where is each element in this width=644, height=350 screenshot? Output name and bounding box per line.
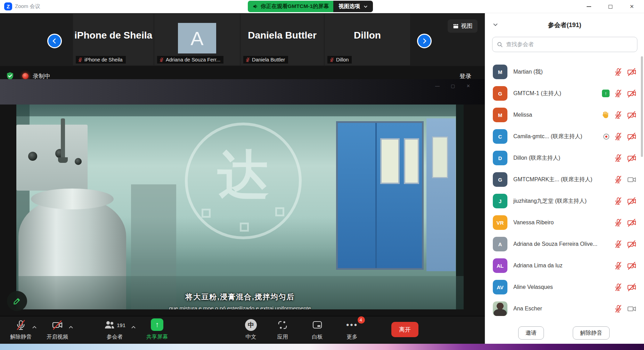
participant-row[interactable]: CCamila-gmtc... (联席主持人)	[485, 126, 644, 147]
grid-view-icon	[453, 23, 459, 29]
muted-mic-icon	[159, 57, 164, 62]
invite-button[interactable]: 邀请	[518, 326, 544, 340]
search-box[interactable]	[492, 37, 637, 52]
tile-name-label: iPhone de Sheila	[76, 56, 126, 64]
shared-minimize-glyph: —	[435, 83, 440, 89]
maximize-button[interactable]	[600, 0, 621, 13]
chevron-up-icon[interactable]	[68, 324, 73, 330]
participant-name: Vanessa Ribeiro	[513, 219, 611, 226]
machinery-control-panel	[16, 125, 88, 191]
participant-name: Melissa	[513, 112, 598, 118]
participants-panel-title: 参会者(191)	[485, 21, 644, 29]
toolbar-share-screen-button[interactable]: ↑共享屏幕	[136, 319, 178, 341]
tile-name-label: Dillon	[327, 56, 352, 64]
participant-display-name: iPhone de Sheila	[73, 30, 154, 41]
unmute-all-button[interactable]: 解除静音	[573, 326, 610, 340]
participant-name: jiuzhitang九芝堂 (联席主持人)	[513, 198, 611, 205]
participant-row[interactable]: ALAdriana Lima da luz	[485, 255, 644, 276]
video-off-icon	[627, 153, 636, 163]
participant-status-icons	[614, 67, 636, 77]
participant-avatar: M	[493, 108, 507, 122]
participant-row[interactable]: Jjiuzhitang九芝堂 (联席主持人)	[485, 190, 644, 212]
video-off-icon	[627, 218, 636, 227]
watching-banner-text: 你正在观看GMTCM-1的屏幕	[248, 1, 333, 12]
machinery-nozzle-arm	[61, 118, 65, 159]
minimize-button[interactable]	[578, 0, 600, 13]
chevron-up-icon[interactable]	[131, 324, 136, 330]
participant-status-icons	[614, 283, 636, 292]
previous-videos-button[interactable]	[47, 34, 62, 48]
chevron-down-icon	[364, 5, 368, 8]
mic-muted-icon	[614, 240, 622, 248]
participant-avatar: G	[493, 86, 507, 101]
participant-row[interactable]: VRVanessa Ribeiro	[485, 212, 644, 233]
mic-muted-icon	[614, 218, 622, 227]
mic-muted-icon	[614, 261, 622, 270]
view-layout-button[interactable]: 视图	[448, 19, 478, 33]
video-filmstrip: iPhone de SheilaiPhone de SheilaAAdriana…	[0, 13, 485, 66]
video-tile[interactable]: AAdriana de Souza Ferr...	[154, 14, 240, 65]
participant-avatar: J	[493, 194, 507, 208]
video-tile[interactable]: Daniela ButtlerDaniela Buttler	[241, 14, 324, 65]
video-off-icon	[627, 132, 636, 141]
whiteboard-icon	[312, 319, 323, 331]
tile-name-label: Daniela Buttler	[243, 56, 288, 64]
participant-row[interactable]: AAdriana de Souza Ferreira Olive...	[485, 233, 644, 255]
share-screen-icon: ↑	[151, 318, 163, 331]
participant-row[interactable]: AVAline Velasques	[485, 276, 644, 298]
participant-row[interactable]: GGMTCM-1 (主持人)↑	[485, 83, 644, 104]
participant-status-icons	[614, 240, 636, 249]
participant-name: Aline Velasques	[513, 284, 611, 290]
mic-muted-icon	[614, 154, 622, 162]
view-options-button[interactable]: 视图选项	[333, 1, 373, 12]
toolbar-more-button[interactable]: •••4更多	[331, 319, 373, 341]
chevron-up-icon[interactable]	[32, 324, 37, 330]
next-videos-button[interactable]	[417, 34, 432, 48]
mic-muted-icon	[614, 197, 622, 205]
participant-row[interactable]: GGMTCMPARK主... (联席主持人)	[485, 169, 644, 190]
toolbar-label: 白板	[312, 333, 323, 341]
participant-status-icons	[614, 197, 636, 206]
mic-muted-icon	[614, 175, 622, 184]
participant-row[interactable]: DDillon (联席主持人)	[485, 147, 644, 169]
video-on-icon	[627, 304, 636, 314]
participant-status-icons	[614, 261, 636, 270]
video-tile[interactable]: iPhone de SheilaiPhone de Sheila	[73, 14, 154, 65]
participant-name: Adriana Lima da luz	[513, 262, 611, 269]
participant-name: Martian (我)	[513, 68, 611, 76]
mic-muted-icon	[614, 68, 622, 76]
subtitle-chinese: 将大豆粉,浸膏混合,搅拌均匀后	[16, 292, 464, 302]
more-icon: •••4	[346, 319, 358, 331]
participant-avatar: M	[493, 65, 507, 79]
participant-status-icons	[601, 110, 636, 120]
video-off-icon	[627, 89, 636, 98]
speaker-icon	[252, 3, 258, 9]
video-off-icon	[627, 283, 636, 292]
zoom-app-window: Z Zoom 会议 ✕ 你正在观看GMTCM-1的屏幕 视图选项 iPhone …	[0, 0, 644, 350]
toolbar-participants-button[interactable]: 191参会者	[94, 319, 136, 341]
participant-row[interactable]: Ana Escher	[485, 298, 644, 319]
participant-row[interactable]: MMelissa	[485, 104, 644, 126]
participant-row[interactable]: MMartian (我)	[485, 61, 644, 83]
close-button[interactable]: ✕	[621, 0, 643, 13]
video-off-icon	[627, 67, 636, 77]
panel-scrollbar[interactable]	[641, 56, 643, 157]
participant-status-icons	[614, 153, 636, 163]
muted-mic-icon	[245, 57, 250, 62]
mic-muted-icon	[614, 111, 622, 119]
pencil-icon	[13, 297, 22, 306]
mic-muted-icon	[15, 319, 26, 331]
meeting-area: iPhone de SheilaiPhone de SheilaAAdriana…	[0, 13, 485, 344]
search-input[interactable]	[506, 41, 633, 48]
annotation-pencil-button[interactable]	[7, 291, 27, 311]
video-tile[interactable]: DillonDillon	[325, 14, 410, 65]
mic-muted-icon	[614, 305, 622, 313]
leave-meeting-button[interactable]: 离开	[391, 322, 418, 337]
raised-hand-icon	[601, 110, 610, 119]
tile-name-label: Adriana de Souza Ferr...	[157, 56, 223, 64]
toolbar-label: 应用	[277, 333, 288, 341]
participant-name: GMTCM-1 (主持人)	[513, 90, 599, 97]
toolbar-label: 解除静音	[10, 333, 32, 341]
recording-indicator-icon	[603, 133, 610, 140]
zoom-logo-icon: Z	[4, 2, 12, 10]
